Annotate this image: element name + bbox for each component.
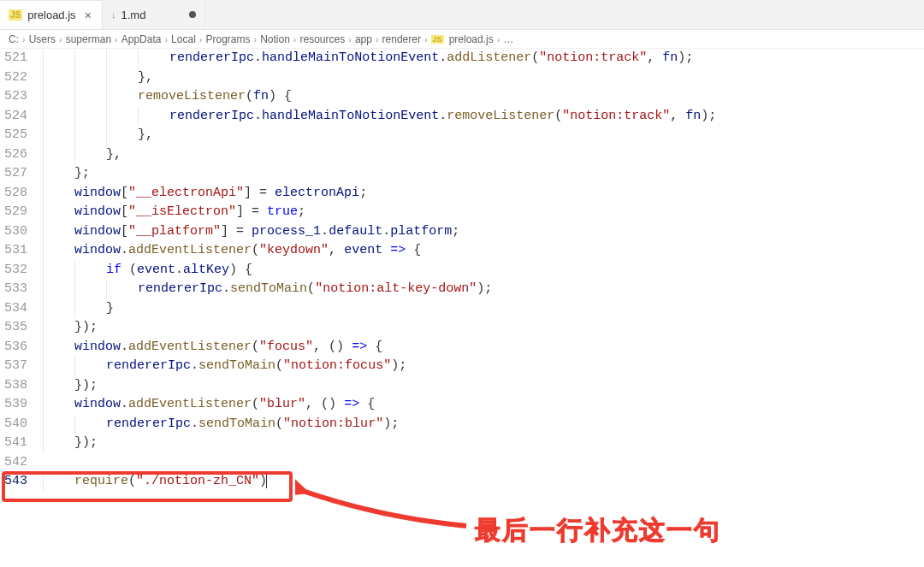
line-number: 521 — [0, 49, 27, 68]
chevron-right-icon: › — [293, 34, 297, 44]
breadcrumb-segment[interactable]: renderer — [382, 33, 421, 45]
code-line[interactable]: }, — [43, 126, 924, 145]
code-line[interactable]: if (event.altKey) { — [43, 261, 924, 281]
breadcrumb-segment[interactable]: C: — [9, 33, 19, 45]
chevron-right-icon: › — [348, 34, 352, 44]
breadcrumb-file[interactable]: preload.js — [449, 33, 494, 45]
code-line[interactable]: rendererIpc.handleMainToNotionEvent.remo… — [43, 107, 924, 127]
breadcrumb-more[interactable]: … — [503, 33, 513, 45]
dirty-indicator-icon — [189, 11, 196, 18]
code-line[interactable]: require("./notion-zh_CN") — [43, 472, 924, 492]
annotation-text: 最后一行补充这一句 — [475, 513, 721, 548]
line-number: 532 — [0, 261, 27, 281]
line-number: 543 — [0, 472, 27, 492]
code-content[interactable]: rendererIpc.handleMainToNotionEvent.addL… — [43, 49, 924, 492]
code-line[interactable]: window.addEventListener("keydown", event… — [43, 241, 924, 261]
code-editor[interactable]: 5215225235245255265275285295305315325335… — [0, 49, 924, 492]
line-number: 533 — [0, 280, 27, 299]
code-line[interactable]: }, — [43, 68, 924, 88]
line-number: 526 — [0, 145, 27, 165]
js-file-icon: JS — [9, 9, 22, 21]
chevron-right-icon: › — [253, 34, 257, 44]
line-number: 531 — [0, 241, 27, 261]
breadcrumb-segment[interactable]: resources — [300, 33, 346, 45]
chevron-right-icon: › — [424, 34, 428, 44]
code-line[interactable]: window.addEventListener("focus", () => { — [43, 338, 924, 357]
line-number: 537 — [0, 357, 27, 376]
breadcrumb-segment[interactable]: superman — [66, 33, 111, 45]
line-number: 542 — [0, 453, 27, 473]
chevron-right-icon: › — [164, 34, 168, 44]
js-file-icon: JS — [431, 35, 444, 44]
tab-label: preload.js — [27, 9, 75, 21]
chevron-right-icon: › — [199, 34, 203, 44]
line-number: 527 — [0, 164, 27, 184]
code-line[interactable]: window["__isElectron"] = true; — [43, 203, 924, 222]
code-line[interactable]: }); — [43, 376, 924, 396]
breadcrumb-segment[interactable]: Local — [171, 33, 196, 45]
code-line[interactable]: rendererIpc.sendToMain("notion:alt-key-d… — [43, 280, 924, 299]
code-line[interactable]: rendererIpc.sendToMain("notion:focus"); — [43, 357, 924, 376]
tab-label: 1.md — [121, 9, 146, 21]
code-line[interactable]: window["__platform"] = process_1.default… — [43, 222, 924, 242]
chevron-right-icon: › — [497, 34, 500, 44]
code-line[interactable]: window["__electronApi"] = electronApi; — [43, 184, 924, 204]
line-number: 534 — [0, 299, 27, 319]
code-line[interactable]: removeListener(fn) { — [43, 87, 924, 107]
chevron-right-icon: › — [376, 34, 379, 44]
line-number: 529 — [0, 203, 27, 222]
breadcrumb-segment[interactable]: AppData — [121, 33, 162, 45]
line-number: 522 — [0, 68, 27, 88]
code-line[interactable]: } — [43, 299, 924, 319]
line-number: 536 — [0, 338, 27, 357]
tab-preload-js[interactable]: JS preload.js × — [0, 0, 103, 29]
line-number: 541 — [0, 434, 27, 453]
md-file-icon: ↓ — [111, 9, 116, 20]
line-number: 535 — [0, 318, 27, 338]
code-line[interactable]: }; — [43, 164, 924, 184]
line-number: 523 — [0, 87, 27, 107]
line-number: 528 — [0, 184, 27, 204]
breadcrumb-segment[interactable]: Notion — [260, 33, 290, 45]
code-line[interactable]: }, — [43, 145, 924, 165]
breadcrumb-segment[interactable]: Users — [29, 33, 56, 45]
line-number: 540 — [0, 415, 27, 434]
code-line[interactable]: window.addEventListener("blur", () => { — [43, 395, 924, 415]
code-line[interactable]: }); — [43, 318, 924, 338]
line-number: 538 — [0, 376, 27, 396]
breadcrumb: C:› Users› superman› AppData› Local› Pro… — [0, 30, 924, 49]
close-icon[interactable]: × — [83, 9, 93, 22]
code-line[interactable]: rendererIpc.sendToMain("notion:blur"); — [43, 415, 924, 434]
line-number: 524 — [0, 107, 27, 127]
line-number: 539 — [0, 395, 27, 415]
chevron-right-icon: › — [59, 34, 62, 44]
line-number: 530 — [0, 222, 27, 242]
line-number: 525 — [0, 126, 27, 145]
code-line[interactable] — [43, 453, 924, 473]
code-line[interactable]: }); — [43, 434, 924, 453]
breadcrumb-segment[interactable]: Programs — [205, 33, 250, 45]
code-line[interactable]: rendererIpc.handleMainToNotionEvent.addL… — [43, 49, 924, 68]
chevron-right-icon: › — [115, 34, 118, 44]
editor-tabs: JS preload.js × ↓ 1.md — [0, 0, 924, 30]
tab-1-md[interactable]: ↓ 1.md — [103, 0, 205, 29]
chevron-right-icon: › — [22, 34, 26, 44]
breadcrumb-segment[interactable]: app — [355, 33, 372, 45]
line-number-gutter: 5215225235245255265275285295305315325335… — [0, 49, 43, 492]
